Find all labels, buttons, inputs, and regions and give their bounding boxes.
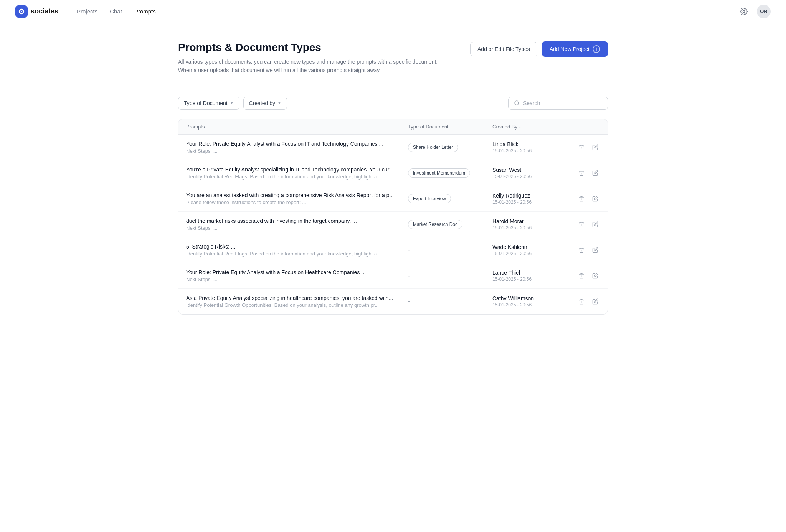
table-row: As a Private Equity Analyst specializing… <box>178 289 608 314</box>
nav-right: OR <box>737 5 771 18</box>
edit-button[interactable] <box>591 245 600 255</box>
prompt-subtitle: Next Steps: ... <box>186 148 408 154</box>
row-actions <box>569 143 600 152</box>
row-actions <box>569 245 600 255</box>
doc-type-badge: Investment Memorandum <box>408 168 470 178</box>
edit-button[interactable] <box>591 194 600 203</box>
pencil-icon <box>592 196 598 202</box>
type-of-document-filter[interactable]: Type of Document ▼ <box>178 97 239 110</box>
created-date: 15-01-2025 - 20:56 <box>492 302 569 308</box>
created-name: Cathy Williamson <box>492 295 569 301</box>
prompt-cell: Your Role: Private Equity Analyst with a… <box>186 269 408 282</box>
doc-type-badge: Expert Interview <box>408 194 451 203</box>
row-actions <box>569 220 600 229</box>
edit-file-types-button[interactable]: Add or Edit File Types <box>470 42 537 56</box>
page-header-left: Prompts & Document Types All various typ… <box>178 41 438 75</box>
delete-button[interactable] <box>577 297 586 306</box>
delete-button[interactable] <box>577 168 586 178</box>
created-by-cell: Susan West 15-01-2025 - 20:56 <box>492 167 569 179</box>
nav-link-prompts[interactable]: Prompts <box>134 7 156 16</box>
pencil-icon <box>592 221 598 227</box>
trash-icon <box>578 247 585 253</box>
page-description: All various types of documents, you can … <box>178 58 438 75</box>
created-date: 15-01-2025 - 20:56 <box>492 199 569 205</box>
doc-type-cell: Share Holder Letter <box>408 143 492 152</box>
plus-icon: + <box>593 45 600 53</box>
table-row: You're a Private Equity Analyst speciali… <box>178 160 608 186</box>
avatar[interactable]: OR <box>757 5 771 18</box>
delete-button[interactable] <box>577 220 586 229</box>
trash-icon <box>578 144 585 150</box>
settings-button[interactable] <box>737 5 751 18</box>
sort-arrow-icon: ↓ <box>519 124 521 129</box>
trash-icon <box>578 273 585 279</box>
table-row: You are an analyst tasked with creating … <box>178 186 608 212</box>
trash-icon <box>578 170 585 176</box>
nav-link-chat[interactable]: Chat <box>110 7 122 16</box>
edit-button[interactable] <box>591 297 600 306</box>
prompt-title: You are an analyst tasked with creating … <box>186 192 408 198</box>
delete-button[interactable] <box>577 194 586 203</box>
created-by-cell: Kelly Rodriguez 15-01-2025 - 20:56 <box>492 193 569 205</box>
trash-icon <box>578 221 585 227</box>
logo-icon <box>15 5 28 18</box>
search-icon <box>514 100 520 106</box>
pencil-icon <box>592 273 598 279</box>
nav-link-projects[interactable]: Projects <box>77 7 97 16</box>
prompt-subtitle: Next Steps: ... <box>186 277 408 282</box>
prompt-title: As a Private Equity Analyst specializing… <box>186 295 408 301</box>
edit-button[interactable] <box>591 220 600 229</box>
prompt-subtitle: Next Steps: ... <box>186 225 408 231</box>
row-actions <box>569 297 600 306</box>
created-date: 15-01-2025 - 20:56 <box>492 174 569 179</box>
prompt-cell: As a Private Equity Analyst specializing… <box>186 295 408 308</box>
created-date: 15-01-2025 - 20:56 <box>492 225 569 231</box>
created-by-cell: Lance Thiel 15-01-2025 - 20:56 <box>492 270 569 282</box>
delete-button[interactable] <box>577 245 586 255</box>
created-name: Harold Morar <box>492 218 569 224</box>
pencil-icon <box>592 298 598 305</box>
table-row: 5. Strategic Risks: ... Identify Potenti… <box>178 237 608 263</box>
add-new-project-button[interactable]: Add New Project + <box>542 41 608 57</box>
edit-button[interactable] <box>591 143 600 152</box>
edit-button[interactable] <box>591 168 600 178</box>
prompt-cell: duct the market risks associated with in… <box>186 218 408 231</box>
prompt-cell: 5. Strategic Risks: ... Identify Potenti… <box>186 244 408 257</box>
created-name: Lance Thiel <box>492 270 569 276</box>
created-name: Susan West <box>492 167 569 173</box>
created-by-cell: Linda Blick 15-01-2025 - 20:56 <box>492 141 569 153</box>
prompt-title: Your Role: Private Equity Analyst with a… <box>186 269 408 275</box>
created-by-filter[interactable]: Created by ▼ <box>243 97 287 110</box>
prompt-title: 5. Strategic Risks: ... <box>186 244 408 250</box>
created-date: 15-01-2025 - 20:56 <box>492 251 569 256</box>
filter-left: Type of Document ▼ Created by ▼ <box>178 97 287 110</box>
created-date: 15-01-2025 - 20:56 <box>492 277 569 282</box>
row-actions <box>569 271 600 280</box>
col-header-created[interactable]: Created By ↓ <box>492 124 569 130</box>
doc-type-cell: Expert Interview <box>408 194 492 203</box>
prompt-title: duct the market risks associated with in… <box>186 218 408 224</box>
table-row: Your Role: Private Equity Analyst with a… <box>178 263 608 289</box>
doc-type-empty: - <box>408 298 410 305</box>
chevron-down-icon: ▼ <box>230 101 234 105</box>
page-title: Prompts & Document Types <box>178 41 438 54</box>
pencil-icon <box>592 170 598 176</box>
table-row: duct the market risks associated with in… <box>178 212 608 237</box>
col-header-prompts: Prompts <box>186 124 408 130</box>
created-by-cell: Cathy Williamson 15-01-2025 - 20:56 <box>492 295 569 308</box>
pencil-icon <box>592 144 598 150</box>
svg-point-2 <box>21 11 22 12</box>
logo[interactable]: sociates <box>15 5 58 18</box>
delete-button[interactable] <box>577 271 586 280</box>
row-actions <box>569 168 600 178</box>
delete-button[interactable] <box>577 143 586 152</box>
table-body: Your Role: Private Equity Analyst with a… <box>178 135 608 314</box>
prompt-title: Your Role: Private Equity Analyst with a… <box>186 141 408 147</box>
prompt-subtitle: Please follow these instructions to crea… <box>186 199 408 205</box>
header-actions: Add or Edit File Types Add New Project + <box>470 41 608 57</box>
prompt-cell: You're a Private Equity Analyst speciali… <box>186 166 408 180</box>
doc-type-empty: - <box>408 247 410 253</box>
edit-button[interactable] <box>591 271 600 280</box>
search-input[interactable] <box>523 100 602 106</box>
doc-type-cell: - <box>408 298 492 305</box>
